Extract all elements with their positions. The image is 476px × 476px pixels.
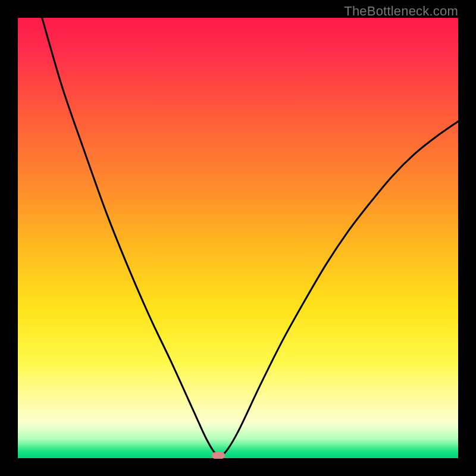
chart-container: TheBottleneck.com [0, 0, 476, 476]
plot-area [18, 18, 458, 458]
optimal-marker [212, 452, 225, 459]
bottleneck-curve [42, 18, 458, 455]
watermark-text: TheBottleneck.com [344, 4, 458, 19]
curve-svg [18, 18, 458, 458]
